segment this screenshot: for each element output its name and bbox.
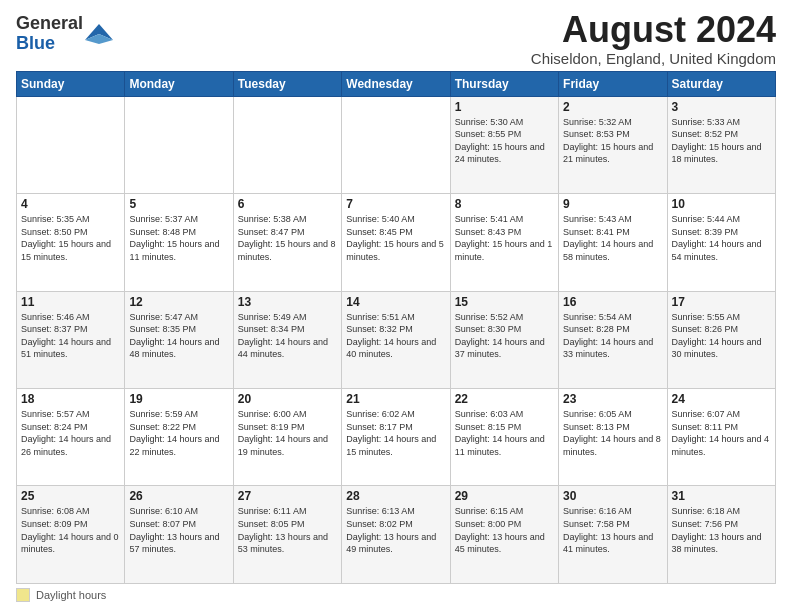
header-day-wednesday: Wednesday xyxy=(342,71,450,96)
cell-week1-day6: 3Sunrise: 5:33 AM Sunset: 8:52 PM Daylig… xyxy=(667,96,775,193)
day-info: Sunrise: 6:08 AM Sunset: 8:09 PM Dayligh… xyxy=(21,505,120,555)
day-info: Sunrise: 6:03 AM Sunset: 8:15 PM Dayligh… xyxy=(455,408,554,458)
day-number: 24 xyxy=(672,392,771,406)
day-number: 22 xyxy=(455,392,554,406)
logo-icon xyxy=(85,20,113,48)
day-info: Sunrise: 6:07 AM Sunset: 8:11 PM Dayligh… xyxy=(672,408,771,458)
day-info: Sunrise: 5:49 AM Sunset: 8:34 PM Dayligh… xyxy=(238,311,337,361)
day-info: Sunrise: 5:37 AM Sunset: 8:48 PM Dayligh… xyxy=(129,213,228,263)
title-block: August 2024 Chiseldon, England, United K… xyxy=(531,10,776,67)
day-info: Sunrise: 6:00 AM Sunset: 8:19 PM Dayligh… xyxy=(238,408,337,458)
day-info: Sunrise: 5:52 AM Sunset: 8:30 PM Dayligh… xyxy=(455,311,554,361)
header-row: SundayMondayTuesdayWednesdayThursdayFrid… xyxy=(17,71,776,96)
cell-week2-day4: 8Sunrise: 5:41 AM Sunset: 8:43 PM Daylig… xyxy=(450,194,558,291)
day-number: 14 xyxy=(346,295,445,309)
day-info: Sunrise: 5:51 AM Sunset: 8:32 PM Dayligh… xyxy=(346,311,445,361)
day-info: Sunrise: 6:11 AM Sunset: 8:05 PM Dayligh… xyxy=(238,505,337,555)
cell-week3-day4: 15Sunrise: 5:52 AM Sunset: 8:30 PM Dayli… xyxy=(450,291,558,388)
cell-week1-day5: 2Sunrise: 5:32 AM Sunset: 8:53 PM Daylig… xyxy=(559,96,667,193)
day-number: 19 xyxy=(129,392,228,406)
day-number: 1 xyxy=(455,100,554,114)
day-info: Sunrise: 5:55 AM Sunset: 8:26 PM Dayligh… xyxy=(672,311,771,361)
cell-week3-day1: 12Sunrise: 5:47 AM Sunset: 8:35 PM Dayli… xyxy=(125,291,233,388)
day-number: 26 xyxy=(129,489,228,503)
day-number: 11 xyxy=(21,295,120,309)
day-number: 30 xyxy=(563,489,662,503)
day-number: 29 xyxy=(455,489,554,503)
cell-week4-day4: 22Sunrise: 6:03 AM Sunset: 8:15 PM Dayli… xyxy=(450,389,558,486)
day-number: 13 xyxy=(238,295,337,309)
cell-week4-day0: 18Sunrise: 5:57 AM Sunset: 8:24 PM Dayli… xyxy=(17,389,125,486)
day-info: Sunrise: 5:41 AM Sunset: 8:43 PM Dayligh… xyxy=(455,213,554,263)
cell-week2-day5: 9Sunrise: 5:43 AM Sunset: 8:41 PM Daylig… xyxy=(559,194,667,291)
day-info: Sunrise: 5:43 AM Sunset: 8:41 PM Dayligh… xyxy=(563,213,662,263)
week-row-3: 11Sunrise: 5:46 AM Sunset: 8:37 PM Dayli… xyxy=(17,291,776,388)
day-number: 5 xyxy=(129,197,228,211)
page: General Blue August 2024 Chiseldon, Engl… xyxy=(0,0,792,612)
logo: General Blue xyxy=(16,14,113,54)
day-number: 20 xyxy=(238,392,337,406)
day-info: Sunrise: 6:16 AM Sunset: 7:58 PM Dayligh… xyxy=(563,505,662,555)
footer-legend-label: Daylight hours xyxy=(36,589,106,601)
cell-week4-day3: 21Sunrise: 6:02 AM Sunset: 8:17 PM Dayli… xyxy=(342,389,450,486)
calendar-subtitle: Chiseldon, England, United Kingdom xyxy=(531,50,776,67)
day-info: Sunrise: 5:44 AM Sunset: 8:39 PM Dayligh… xyxy=(672,213,771,263)
cell-week4-day5: 23Sunrise: 6:05 AM Sunset: 8:13 PM Dayli… xyxy=(559,389,667,486)
day-number: 4 xyxy=(21,197,120,211)
day-number: 6 xyxy=(238,197,337,211)
day-info: Sunrise: 5:30 AM Sunset: 8:55 PM Dayligh… xyxy=(455,116,554,166)
cell-week5-day5: 30Sunrise: 6:16 AM Sunset: 7:58 PM Dayli… xyxy=(559,486,667,584)
cell-week1-day1 xyxy=(125,96,233,193)
day-info: Sunrise: 6:15 AM Sunset: 8:00 PM Dayligh… xyxy=(455,505,554,555)
cell-week5-day4: 29Sunrise: 6:15 AM Sunset: 8:00 PM Dayli… xyxy=(450,486,558,584)
day-number: 7 xyxy=(346,197,445,211)
header: General Blue August 2024 Chiseldon, Engl… xyxy=(16,10,776,67)
day-info: Sunrise: 5:59 AM Sunset: 8:22 PM Dayligh… xyxy=(129,408,228,458)
cell-week5-day0: 25Sunrise: 6:08 AM Sunset: 8:09 PM Dayli… xyxy=(17,486,125,584)
cell-week5-day1: 26Sunrise: 6:10 AM Sunset: 8:07 PM Dayli… xyxy=(125,486,233,584)
logo-general: General xyxy=(16,13,83,33)
cell-week2-day0: 4Sunrise: 5:35 AM Sunset: 8:50 PM Daylig… xyxy=(17,194,125,291)
day-info: Sunrise: 5:54 AM Sunset: 8:28 PM Dayligh… xyxy=(563,311,662,361)
cell-week3-day3: 14Sunrise: 5:51 AM Sunset: 8:32 PM Dayli… xyxy=(342,291,450,388)
day-info: Sunrise: 5:32 AM Sunset: 8:53 PM Dayligh… xyxy=(563,116,662,166)
day-info: Sunrise: 6:13 AM Sunset: 8:02 PM Dayligh… xyxy=(346,505,445,555)
day-number: 9 xyxy=(563,197,662,211)
cell-week4-day2: 20Sunrise: 6:00 AM Sunset: 8:19 PM Dayli… xyxy=(233,389,341,486)
cell-week2-day2: 6Sunrise: 5:38 AM Sunset: 8:47 PM Daylig… xyxy=(233,194,341,291)
day-number: 28 xyxy=(346,489,445,503)
day-info: Sunrise: 6:10 AM Sunset: 8:07 PM Dayligh… xyxy=(129,505,228,555)
header-day-monday: Monday xyxy=(125,71,233,96)
day-number: 27 xyxy=(238,489,337,503)
day-info: Sunrise: 6:02 AM Sunset: 8:17 PM Dayligh… xyxy=(346,408,445,458)
day-info: Sunrise: 5:38 AM Sunset: 8:47 PM Dayligh… xyxy=(238,213,337,263)
week-row-1: 1Sunrise: 5:30 AM Sunset: 8:55 PM Daylig… xyxy=(17,96,776,193)
cell-week2-day1: 5Sunrise: 5:37 AM Sunset: 8:48 PM Daylig… xyxy=(125,194,233,291)
header-day-friday: Friday xyxy=(559,71,667,96)
calendar-table: SundayMondayTuesdayWednesdayThursdayFrid… xyxy=(16,71,776,584)
header-day-thursday: Thursday xyxy=(450,71,558,96)
day-number: 17 xyxy=(672,295,771,309)
day-number: 2 xyxy=(563,100,662,114)
day-number: 12 xyxy=(129,295,228,309)
cell-week4-day1: 19Sunrise: 5:59 AM Sunset: 8:22 PM Dayli… xyxy=(125,389,233,486)
cell-week3-day0: 11Sunrise: 5:46 AM Sunset: 8:37 PM Dayli… xyxy=(17,291,125,388)
day-number: 15 xyxy=(455,295,554,309)
day-number: 8 xyxy=(455,197,554,211)
day-number: 31 xyxy=(672,489,771,503)
cell-week1-day3 xyxy=(342,96,450,193)
cell-week5-day6: 31Sunrise: 6:18 AM Sunset: 7:56 PM Dayli… xyxy=(667,486,775,584)
cell-week3-day5: 16Sunrise: 5:54 AM Sunset: 8:28 PM Dayli… xyxy=(559,291,667,388)
week-row-4: 18Sunrise: 5:57 AM Sunset: 8:24 PM Dayli… xyxy=(17,389,776,486)
day-info: Sunrise: 6:05 AM Sunset: 8:13 PM Dayligh… xyxy=(563,408,662,458)
cell-week4-day6: 24Sunrise: 6:07 AM Sunset: 8:11 PM Dayli… xyxy=(667,389,775,486)
day-info: Sunrise: 5:35 AM Sunset: 8:50 PM Dayligh… xyxy=(21,213,120,263)
day-number: 3 xyxy=(672,100,771,114)
header-day-saturday: Saturday xyxy=(667,71,775,96)
cell-week5-day2: 27Sunrise: 6:11 AM Sunset: 8:05 PM Dayli… xyxy=(233,486,341,584)
day-number: 21 xyxy=(346,392,445,406)
cell-week1-day0 xyxy=(17,96,125,193)
cell-week2-day6: 10Sunrise: 5:44 AM Sunset: 8:39 PM Dayli… xyxy=(667,194,775,291)
cell-week1-day2 xyxy=(233,96,341,193)
cell-week1-day4: 1Sunrise: 5:30 AM Sunset: 8:55 PM Daylig… xyxy=(450,96,558,193)
